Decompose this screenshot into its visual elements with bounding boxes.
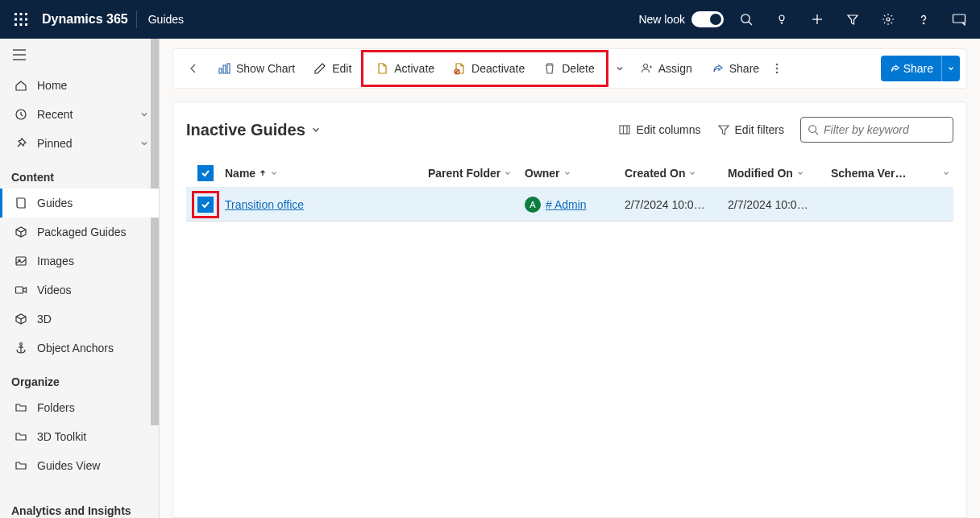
search-icon[interactable] [729, 0, 764, 39]
sidebar-item-images[interactable]: Images [0, 247, 159, 276]
sidebar-item-label: Guides [37, 197, 73, 209]
edit-columns-button[interactable]: Edit columns [610, 117, 708, 143]
folder-icon [13, 459, 29, 472]
columns-icon [618, 123, 631, 136]
home-icon [13, 79, 29, 92]
lightbulb-icon[interactable] [764, 0, 799, 39]
search-input[interactable] [800, 117, 953, 143]
chevron-down-icon [688, 169, 696, 177]
sidebar-item-home[interactable]: Home [0, 71, 159, 100]
svg-point-35 [776, 68, 779, 70]
filter-icon[interactable] [835, 0, 870, 39]
delete-button[interactable]: Delete [534, 53, 602, 84]
column-header-schema[interactable]: Schema Ver… [831, 167, 953, 180]
show-chart-button[interactable]: Show Chart [209, 53, 303, 84]
share-button[interactable]: Share [702, 53, 767, 84]
folder-icon [13, 430, 29, 443]
share-primary-button[interactable]: Share [881, 56, 960, 81]
sidebar-item-packaged-guides[interactable]: Packaged Guides [0, 218, 159, 247]
svg-rect-1 [20, 13, 23, 15]
edit-filters-label: Edit filters [735, 123, 784, 136]
cmd-label: Deactivate [471, 62, 525, 75]
svg-point-25 [20, 343, 23, 346]
search-field[interactable] [824, 123, 966, 136]
command-bar: Show Chart Edit Activate Deactivate Dele… [172, 48, 967, 89]
column-header-owner[interactable]: Owner [525, 167, 625, 180]
svg-rect-17 [953, 15, 965, 23]
svg-rect-28 [219, 68, 222, 73]
app-launcher-icon[interactable] [3, 0, 39, 39]
overflow-menu[interactable] [769, 53, 785, 84]
column-header-parent[interactable]: Parent Folder [428, 167, 525, 180]
svg-point-33 [643, 64, 647, 68]
clock-icon [13, 108, 29, 121]
filter-icon [717, 123, 730, 136]
edit-filters-button[interactable]: Edit filters [709, 117, 792, 143]
svg-rect-24 [16, 287, 23, 293]
select-all-checkbox[interactable] [197, 165, 214, 181]
gear-icon[interactable] [870, 0, 906, 39]
sidebar-item-guides[interactable]: Guides [0, 189, 159, 218]
anchor-icon [13, 342, 29, 354]
column-header-created[interactable]: Created On [625, 167, 728, 180]
svg-rect-8 [25, 23, 27, 26]
svg-line-41 [816, 132, 819, 135]
row-checkbox[interactable] [197, 197, 214, 213]
activate-icon [375, 61, 389, 76]
cmd-label: Share [729, 62, 759, 75]
svg-rect-3 [15, 19, 17, 21]
sidebar-item-guides-view[interactable]: Guides View [0, 451, 159, 480]
new-look-toggle[interactable]: New look [638, 11, 729, 27]
sidebar-item-label: Home [37, 79, 67, 92]
assign-button[interactable]: Assign [631, 53, 700, 84]
sidebar-item-recent[interactable]: Recent [0, 100, 159, 129]
svg-rect-2 [25, 13, 27, 15]
sidebar-item-label: Recent [37, 108, 73, 121]
back-button[interactable] [180, 53, 207, 84]
sidebar-item-label: 3D [37, 313, 52, 325]
sidebar-item-videos[interactable]: Videos [0, 276, 159, 305]
cell-created: 2/7/2024 10:0… [625, 198, 705, 211]
record-name-link[interactable]: Transition office [225, 198, 304, 211]
cmd-label: Delete [562, 62, 594, 75]
sidebar-item-3d-toolkit[interactable]: 3D Toolkit [0, 422, 159, 451]
view-selector[interactable]: Inactive Guides [186, 121, 322, 139]
toggle-switch[interactable] [691, 11, 724, 27]
owner-link[interactable]: # Admin [546, 198, 587, 211]
sidebar-item-object-anchors[interactable]: Object Anchors [0, 334, 159, 363]
svg-rect-30 [227, 64, 230, 73]
chevron-down-icon [310, 124, 322, 135]
sidebar-item-folders[interactable]: Folders [0, 393, 159, 422]
svg-point-40 [809, 126, 816, 133]
column-header-modified[interactable]: Modified On [728, 167, 831, 180]
delete-dropdown[interactable] [610, 53, 629, 84]
help-icon[interactable] [906, 0, 941, 39]
cube-icon [13, 313, 29, 325]
column-header-name[interactable]: Name [225, 167, 428, 180]
pin-icon [13, 137, 29, 150]
table-row[interactable]: Transition office A # Admin 2/7/2024 10:… [186, 188, 953, 222]
sidebar: Home Recent Pinned Content Guides Packag… [0, 39, 160, 518]
highlighted-commands: Activate Deactivate Delete [361, 50, 608, 87]
chevron-down-icon [563, 169, 571, 177]
sidebar-item-pinned[interactable]: Pinned [0, 129, 159, 158]
deactivate-icon [452, 61, 467, 76]
package-icon [13, 226, 29, 238]
chevron-down-icon [947, 64, 955, 73]
chat-icon[interactable] [941, 0, 977, 39]
cmd-label: Show Chart [236, 62, 295, 75]
sidebar-item-label: Videos [37, 284, 72, 296]
scrollbar[interactable] [151, 39, 159, 425]
deactivate-button[interactable]: Deactivate [444, 53, 533, 84]
edit-button[interactable]: Edit [305, 53, 359, 84]
svg-point-15 [887, 18, 890, 21]
svg-rect-4 [20, 19, 23, 21]
video-icon [13, 284, 29, 296]
chevron-down-icon [796, 169, 804, 177]
hamburger-icon[interactable] [13, 49, 26, 60]
share-icon [889, 63, 900, 74]
sidebar-item-label: Pinned [37, 137, 73, 150]
activate-button[interactable]: Activate [367, 53, 442, 84]
plus-icon[interactable] [799, 0, 835, 39]
sidebar-item-3d[interactable]: 3D [0, 305, 159, 334]
